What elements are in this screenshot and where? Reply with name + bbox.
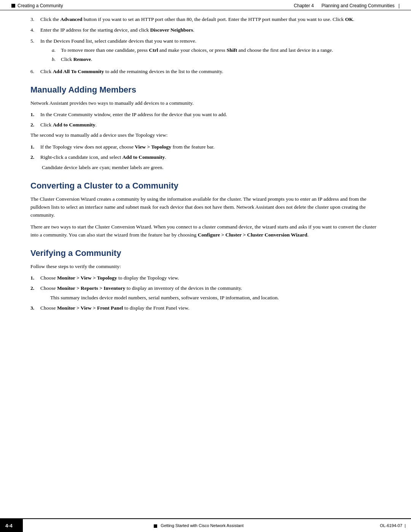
manually-adding-intro-text: Network Assistant provides two ways to m… <box>30 100 194 106</box>
step5b-content: Click Remove. <box>61 56 92 63</box>
header-left: Creating a Community <box>11 3 63 8</box>
footer-doc-number: OL-6194-07 | <box>374 523 411 528</box>
verifying-intro-text: Follow these steps to verify the communi… <box>30 264 121 269</box>
step5b: b. Click Remove. <box>52 56 333 63</box>
step5a: a. To remove more than one candidate, pr… <box>52 46 333 54</box>
verifying-step3-num: 3. <box>30 304 40 312</box>
step4-num: 4. <box>30 26 40 34</box>
step5b-label: b. <box>52 56 61 63</box>
step5-content: In the Devices Found list, select candid… <box>40 37 333 65</box>
footer-book-title-text: Getting Started with Cisco Network Assis… <box>161 523 244 528</box>
manually-topo-step1: 1. If the Topology view does not appear,… <box>30 143 381 151</box>
header-chapter-label: Chapter 4 <box>294 3 314 8</box>
converting-para2: There are two ways to start the Cluster … <box>30 223 381 239</box>
verifying-step2-num: 2. <box>30 284 40 302</box>
footer-book-title: Getting Started with Cisco Network Assis… <box>23 523 374 528</box>
header-bar: Creating a Community Chapter 4 Planning … <box>0 0 411 10</box>
top-step-4: 4. Enter the IP address for the starting… <box>30 26 381 34</box>
header-chapter-title: Planning and Creating Communities <box>322 3 395 8</box>
step5-sublist: a. To remove more than one candidate, pr… <box>52 46 333 64</box>
manually-adding-steps2: 1. If the Topology view does not appear,… <box>30 143 381 161</box>
manually-topo-step2: 2. Right-click a candidate icon, and sel… <box>30 153 381 161</box>
top-step-6: 6. Click Add All To Community to add the… <box>30 68 381 75</box>
manually-footer-note: Candidate device labels are cyan; member… <box>42 164 381 172</box>
manually-step1-num: 1. <box>30 111 40 119</box>
manually-topo-step1-content: If the Topology view does not appear, ch… <box>40 143 381 151</box>
verifying-step1-num: 1. <box>30 274 40 282</box>
footer-doc-number-text: OL-6194-07 <box>380 523 402 528</box>
verifying-step3: 3. Choose Monitor > View > Front Panel t… <box>30 304 381 312</box>
header-right: Chapter 4 Planning and Creating Communit… <box>294 3 400 8</box>
step4-content: Enter the IP address for the starting de… <box>40 26 194 34</box>
step3-content: Click the Advanced button if you want to… <box>40 16 354 23</box>
top-step-3: 3. Click the Advanced button if you want… <box>30 16 381 23</box>
verifying-intro: Follow these steps to verify the communi… <box>30 263 381 271</box>
main-content: 3. Click the Advanced button if you want… <box>0 10 411 337</box>
step5a-label: a. <box>52 46 61 54</box>
manually-step1: 1. In the Create Community window, enter… <box>30 111 381 119</box>
step6-content: Click Add All To Community to add the re… <box>40 68 223 75</box>
top-steps-list: 3. Click the Advanced button if you want… <box>30 16 381 76</box>
header-square-icon <box>11 4 15 8</box>
manually-step2-content: Click Add to Community. <box>40 121 381 129</box>
verifying-step1: 1. Choose Monitor > View > Topology to d… <box>30 274 381 282</box>
manually-adding-intro: Network Assistant provides two ways to m… <box>30 99 381 107</box>
footer-page-number-text: 4-4 <box>5 523 13 529</box>
top-step-5: 5. In the Devices Found list, select can… <box>30 37 381 65</box>
header-section-label: Creating a Community <box>18 3 63 8</box>
verifying-step2-content: Choose Monitor > Reports > Inventory to … <box>40 284 381 302</box>
step3-num: 3. <box>30 16 40 23</box>
manually-adding-heading: Manually Adding Members <box>30 85 381 95</box>
step6-num: 6. <box>30 68 40 75</box>
verifying-step3-content: Choose Monitor > View > Front Panel to d… <box>40 304 381 312</box>
footer-square-icon <box>154 524 157 528</box>
verifying-step2: 2. Choose Monitor > Reports > Inventory … <box>30 284 381 302</box>
manually-step2-num: 2. <box>30 121 40 129</box>
manually-topo-step2-content: Right-click a candidate icon, and select… <box>40 153 381 161</box>
manually-topo-step1-num: 1. <box>30 143 40 151</box>
step5a-content: To remove more than one candidate, press… <box>61 46 333 54</box>
manually-step1-content: In the Create Community window, enter th… <box>40 111 381 119</box>
verifying-community-heading: Verifying a Community <box>30 248 381 258</box>
converting-para1: The Cluster Conversion Wizard creates a … <box>30 195 381 219</box>
converting-cluster-heading: Converting a Cluster to a Community <box>30 181 381 191</box>
page-container: Creating a Community Chapter 4 Planning … <box>0 0 411 532</box>
manually-adding-steps1: 1. In the Create Community window, enter… <box>30 111 381 129</box>
verifying-steps: 1. Choose Monitor > View > Topology to d… <box>30 274 381 312</box>
manually-step2: 2. Click Add to Community. <box>30 121 381 129</box>
footer-page-number: 4-4 <box>0 519 23 532</box>
footer-bar: 4-4 Getting Started with Cisco Network A… <box>0 518 411 532</box>
step5-num: 5. <box>30 37 40 65</box>
verifying-step2-subpara: This summary includes device model numbe… <box>50 294 381 302</box>
manually-middle-text: The second way to manually add a device … <box>30 131 381 139</box>
manually-topo-step2-num: 2. <box>30 153 40 161</box>
verifying-step1-content: Choose Monitor > View > Topology to disp… <box>40 274 381 282</box>
